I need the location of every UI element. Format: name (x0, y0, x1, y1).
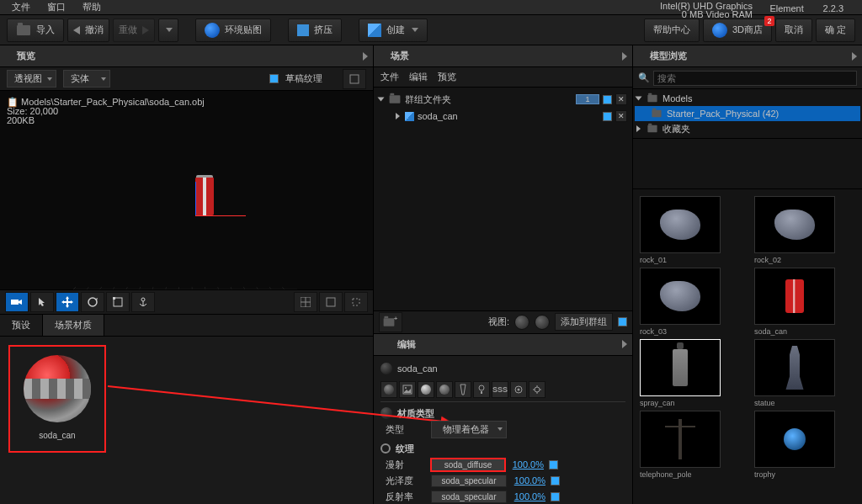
wireframe-toggle[interactable] (319, 292, 343, 312)
tree-starter-pack[interactable]: Starter_Pack_Physical (42) (635, 106, 860, 121)
thumbnail-image[interactable] (754, 411, 835, 468)
model-thumb-statue[interactable]: statue (754, 339, 855, 407)
group-delete-button[interactable]: ✕ (615, 93, 627, 105)
channel-textures[interactable] (399, 381, 416, 398)
thumbnail-image[interactable] (640, 268, 721, 325)
channel-illum[interactable] (473, 381, 490, 398)
scale-tool[interactable] (106, 292, 130, 312)
import-button[interactable]: 导入 (7, 19, 64, 42)
add-group-checkbox[interactable] (618, 317, 627, 326)
tab-presets[interactable]: 预设 (0, 315, 43, 336)
tree-expand-icon[interactable] (636, 125, 641, 132)
model-thumb-spray_can[interactable]: spray_can (640, 339, 741, 407)
rotate-tool[interactable] (81, 292, 104, 312)
undo-button[interactable]: 撤消 (67, 19, 109, 42)
model-thumb-soda_can[interactable]: soda_can (754, 268, 855, 336)
item-visible-checkbox[interactable] (603, 112, 612, 121)
redo-dropdown[interactable] (158, 19, 178, 42)
model-tree[interactable]: Models Starter_Pack_Physical (42) 收藏夹 (633, 89, 862, 139)
thumbnail-image[interactable] (754, 196, 835, 253)
move-tool[interactable] (56, 292, 79, 312)
channel-refract[interactable] (436, 381, 453, 398)
thumbnail-image[interactable] (640, 411, 721, 468)
main-toolbar: 导入 撤消 重做 环境贴图 挤压 创建 帮助中心 3D商店 2 取消 确 定 (0, 15, 862, 45)
cancel-button[interactable]: 取消 (775, 19, 812, 42)
tree-expand-icon[interactable] (636, 97, 642, 101)
instance-count[interactable]: 1 (576, 94, 599, 104)
model-thumb-telephone_pole[interactable]: telephone_pole (640, 411, 741, 479)
tree-expand-icon[interactable] (378, 98, 385, 102)
scene-file-menu[interactable]: 文件 (380, 71, 399, 83)
menu-file[interactable]: 文件 (3, 0, 39, 15)
model-thumb-trophy[interactable]: trophy (754, 411, 855, 479)
channel-basic[interactable] (380, 381, 397, 398)
model-thumb-rock_01[interactable]: rock_01 (640, 196, 741, 264)
thumbnail-image[interactable] (754, 339, 835, 396)
channel-sss[interactable]: SSS (492, 381, 508, 398)
menu-window[interactable]: 窗口 (39, 0, 74, 15)
help-center-button[interactable]: 帮助中心 (644, 19, 700, 42)
draft-checkbox[interactable] (269, 74, 279, 83)
thumbnail-image[interactable] (754, 268, 835, 325)
3d-store-button[interactable]: 3D商店 2 (703, 19, 772, 42)
z-axis-gizmo[interactable] (195, 182, 196, 215)
soda-can-mesh[interactable] (195, 177, 214, 215)
create-button[interactable]: 创建 (359, 19, 428, 42)
thumbnail-image[interactable] (640, 196, 721, 253)
shading-dropdown[interactable]: 实体 (63, 70, 110, 88)
envmap-button[interactable]: 环境贴图 (195, 19, 271, 42)
tree-favorites[interactable]: 收藏夹 (635, 121, 860, 136)
svg-rect-14 (481, 391, 482, 394)
view-mode-1[interactable] (514, 315, 529, 330)
item-delete-button[interactable]: ✕ (615, 110, 627, 122)
texture-opacity[interactable]: 100.0% (508, 459, 545, 470)
scene-tree[interactable]: 群组文件夹 1 ✕ soda_can ✕ (374, 88, 632, 168)
new-folder-button[interactable]: + (379, 312, 402, 332)
view-mode-2[interactable] (535, 315, 550, 330)
menu-help[interactable]: 帮助 (74, 0, 109, 15)
texture-section-header: 纹理 (396, 443, 414, 455)
ok-button[interactable]: 确 定 (816, 19, 855, 42)
channel-glass[interactable] (455, 381, 471, 398)
tree-models-root[interactable]: Models (635, 91, 860, 106)
tab-scene-materials[interactable]: 场景材质 (43, 315, 104, 336)
scene-preview-menu[interactable]: 预览 (438, 71, 456, 83)
texture-slot[interactable]: soda_diffuse (430, 458, 506, 472)
model-thumb-rock_03[interactable]: rock_03 (640, 268, 741, 336)
thumbnail-image[interactable] (640, 339, 721, 396)
texture-enable-checkbox[interactable] (551, 476, 560, 485)
svg-point-12 (405, 387, 407, 389)
scene-panel-header: 场景 (374, 45, 632, 67)
texture-slot[interactable]: soda_specular (431, 475, 507, 487)
group-visible-checkbox[interactable] (603, 95, 612, 104)
tree-expand-icon[interactable] (396, 113, 400, 119)
shader-type-dropdown[interactable]: 物理着色器 (431, 421, 507, 438)
grid-toggle[interactable] (294, 292, 317, 312)
channel-settings[interactable] (529, 381, 545, 398)
tree-group-folder[interactable]: 群组文件夹 1 ✕ (377, 91, 629, 108)
chevron-down-icon (412, 28, 418, 32)
add-to-group-button[interactable]: 添加到群组 (555, 313, 613, 331)
bounds-toggle[interactable] (344, 292, 368, 312)
extrude-button[interactable]: 挤压 (288, 19, 342, 42)
channel-advanced[interactable] (510, 381, 527, 398)
tree-item-soda-can[interactable]: soda_can ✕ (377, 108, 629, 125)
texture-opacity[interactable]: 100.0% (510, 491, 547, 501)
x-axis-gizmo[interactable] (195, 215, 246, 216)
texture-enable-checkbox[interactable] (551, 492, 560, 501)
3d-viewport[interactable]: 📋 Models\Starter_Pack_Physical\soda_can.… (0, 91, 373, 289)
texture-slot[interactable]: soda_specular (431, 491, 507, 503)
redo-button[interactable]: 重做 (113, 19, 155, 42)
texture-opacity[interactable]: 100.0% (510, 475, 547, 485)
model-search-input[interactable] (653, 71, 857, 86)
select-tool[interactable] (30, 292, 54, 312)
camera-tool[interactable] (5, 292, 29, 312)
scene-edit-menu[interactable]: 编辑 (409, 71, 428, 83)
anchor-tool[interactable] (131, 292, 155, 312)
material-preset-soda-can[interactable]: soda_can (8, 345, 106, 453)
viewport-expand-button[interactable] (343, 69, 366, 89)
texture-enable-checkbox[interactable] (549, 460, 558, 470)
model-thumb-rock_02[interactable]: rock_02 (754, 196, 855, 264)
channel-reflect[interactable] (418, 381, 434, 398)
view-mode-dropdown[interactable]: 透视图 (7, 70, 56, 88)
